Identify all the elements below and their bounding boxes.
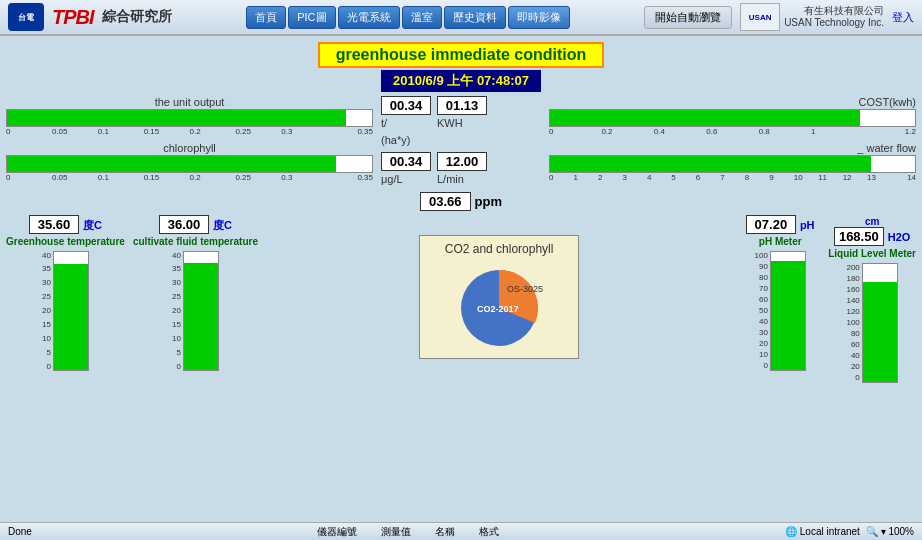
monitor-button[interactable]: 開始自動瀏覽 [644, 6, 732, 29]
liquid-value: 168.50 [834, 227, 884, 246]
cost-section: COST(kwh) 00.20.40.60.811.2 _ water flow… [549, 96, 916, 182]
top-right: 開始自動瀏覽 USAN 有生科技有限公司 USAN Technology Inc… [644, 3, 914, 31]
network-status: 🌐 Local intranet [785, 526, 860, 537]
value-row-2: 00.34 μg/L 12.00 L/min [381, 152, 541, 188]
status-right: 🌐 Local intranet 🔍 ▾ 100% [785, 526, 914, 537]
liquid-label: Liquid Level Meter [828, 248, 916, 259]
val4-unit: L/min [437, 171, 487, 188]
ph-box: 07.20 pH pH Meter 1009080706050403020100 [740, 215, 820, 371]
val3-unit: μg/L [381, 171, 431, 188]
nav-pic[interactable]: PIC圖 [288, 6, 335, 29]
liquid-bar [863, 282, 897, 381]
greenhouse-temp-bar [54, 264, 88, 369]
waterflow-label: _ water flow [549, 142, 916, 154]
svg-text:OS-3025: OS-3025 [507, 284, 543, 294]
ph-value-row: 07.20 pH [746, 215, 815, 234]
val1-unit: t/(ha*y) [381, 115, 431, 148]
greenhouse-temp-box: 35.60 度C Greenhouse temperature 40353025… [6, 215, 125, 371]
company-name: 有生科技有限公司 USAN Technology Inc. [784, 5, 884, 29]
unit-output-bar [6, 109, 373, 127]
val3-box: 00.34 [381, 152, 431, 171]
col-name: 名稱 [435, 525, 455, 539]
liquid-unit-top: cm [865, 215, 879, 227]
cost-bar [549, 109, 916, 127]
cultivate-temp-bar [184, 263, 218, 369]
cultivate-temp-label: cultivate fluid temperature [133, 236, 258, 247]
unit-output-fill [7, 110, 346, 126]
nav-solar[interactable]: 光電系統 [338, 6, 400, 29]
logo-area: 台電 TPBI 綜合研究所 [8, 3, 172, 31]
cultivate-temp-value-row: 36.00 度C [159, 215, 232, 234]
cost-fill [550, 110, 860, 126]
nav-bar: 台電 TPBI 綜合研究所 首頁 PIC圖 光電系統 溫室 歷史資料 即時影像 … [0, 0, 922, 36]
ph-chart: 1009080706050403020100 [755, 251, 806, 371]
status-bar: Done 儀器編號 測量值 名稱 格式 🌐 Local intranet 🔍 ▾… [0, 522, 922, 540]
logo-main: TPBI [52, 6, 94, 29]
ppm-value: 03.66 [420, 192, 471, 211]
footer-columns: 儀器編號 測量值 名稱 格式 [317, 525, 499, 539]
greenhouse-temp-unit: 度C [83, 218, 102, 233]
nav-realtime[interactable]: 即時影像 [508, 6, 570, 29]
cost-scale: 00.20.40.60.811.2 [549, 127, 916, 136]
value-row-1: 00.34 t/(ha*y) 01.13 KWH [381, 96, 541, 148]
title-section: greenhouse immediate condition 2010/6/9 … [6, 42, 916, 92]
chlorophyll-label: chlorophyll [6, 142, 373, 154]
greenhouse-temp-chart: 4035302520151050 [42, 251, 89, 371]
val1-box: 00.34 [381, 96, 431, 115]
svg-text:CO2-2017: CO2-2017 [477, 304, 519, 314]
zoom-level: 🔍 ▾ 100% [866, 526, 914, 537]
pie-chart: CO2-2017 OS-3025 [439, 260, 559, 350]
ph-unit: pH [800, 219, 815, 231]
unit-output-section: the unit output 00.050.10.150.20.250.30.… [6, 96, 373, 182]
waterflow-fill [550, 156, 871, 172]
page-title: greenhouse immediate condition [318, 42, 605, 68]
cultivate-temp-box: 36.00 度C cultivate fluid temperature 403… [133, 215, 258, 371]
datetime: 2010/6/9 上午 07:48:07 [381, 70, 541, 92]
chlorophyll-scale: 00.050.10.150.20.250.30.35 [6, 173, 373, 182]
nav-history[interactable]: 歷史資料 [444, 6, 506, 29]
cost-label: COST(kwh) [549, 96, 916, 108]
cultivate-temp-unit: 度C [213, 218, 232, 233]
ppm-unit: ppm [475, 194, 502, 209]
unit-output-label: the unit output [6, 96, 373, 108]
cultivate-temp-chart: 4035302520151050 [172, 251, 219, 371]
nav-menu: 首頁 PIC圖 光電系統 溫室 歷史資料 即時影像 [246, 6, 569, 29]
col-value: 測量值 [381, 525, 411, 539]
nav-home[interactable]: 首頁 [246, 6, 286, 29]
meters-row: the unit output 00.050.10.150.20.250.30.… [6, 96, 916, 188]
ph-value: 07.20 [746, 215, 796, 234]
val2-box: 01.13 [437, 96, 487, 115]
value-boxes: 00.34 t/(ha*y) 01.13 KWH 00.34 μg/L 12.0… [381, 96, 541, 188]
main-content: greenhouse immediate condition 2010/6/9 … [0, 36, 922, 522]
waterflow-scale: 01234567891011121314 [549, 173, 916, 182]
ph-bar [771, 261, 805, 370]
login-link[interactable]: 登入 [892, 10, 914, 25]
logo-sub: 綜合研究所 [102, 8, 172, 26]
ppm-row: 03.66 ppm [6, 192, 916, 211]
val2-unit: KWH [437, 115, 487, 132]
ph-label: pH Meter [759, 236, 802, 247]
liquid-unit-bottom: H2O [888, 231, 911, 243]
val4-box: 12.00 [437, 152, 487, 171]
greenhouse-temp-value-row: 35.60 度C [29, 215, 102, 234]
cultivate-temp-value: 36.00 [159, 215, 209, 234]
greenhouse-temp-value: 35.60 [29, 215, 79, 234]
nav-greenhouse[interactable]: 溫室 [402, 6, 442, 29]
col-device: 儀器編號 [317, 525, 357, 539]
liquid-level-box: cm 168.50 H2O Liquid Level Meter 2001801… [828, 215, 916, 383]
co2-chlorophyll-section: CO2 and chlorophyll CO2-2017 OS-3025 [419, 235, 579, 359]
col-format: 格式 [479, 525, 499, 539]
chlorophyll-bar [6, 155, 373, 173]
chlorophyll-fill [7, 156, 336, 172]
waterflow-bar [549, 155, 916, 173]
liquid-chart: 200180160140120100806040200 [846, 263, 897, 383]
unit-output-scale: 00.050.10.150.20.250.30.35 [6, 127, 373, 136]
liquid-value-row: 168.50 H2O [834, 227, 911, 246]
greenhouse-temp-label: Greenhouse temperature [6, 236, 125, 247]
status-text: Done [8, 526, 32, 537]
pie-label: CO2 and chlorophyll [426, 242, 572, 256]
sensors-row: 35.60 度C Greenhouse temperature 40353025… [6, 215, 916, 383]
